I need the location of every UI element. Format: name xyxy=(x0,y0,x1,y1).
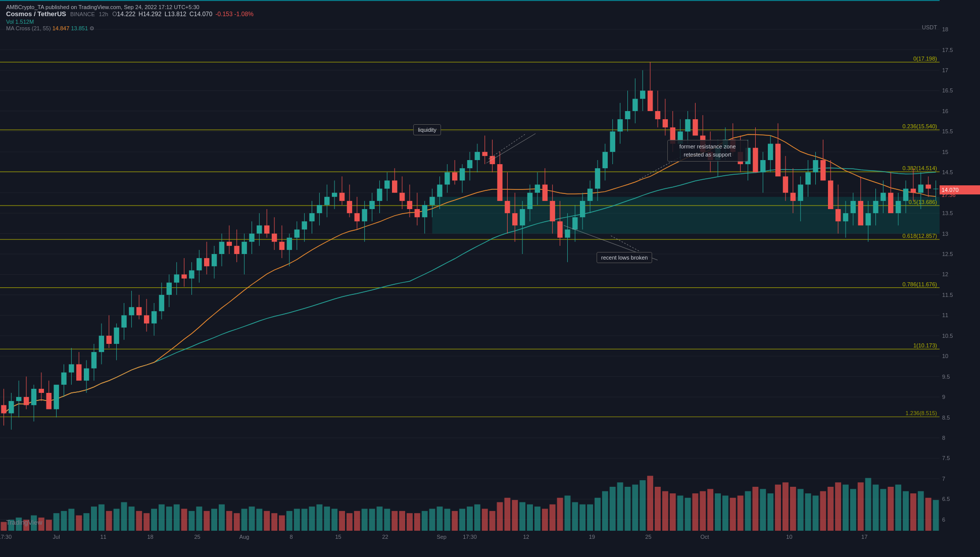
exchange-label: BINANCE xyxy=(70,11,95,17)
high-value: 14.292 xyxy=(143,11,162,18)
recent-lows-annotation: recent lows broken xyxy=(597,252,652,263)
timeframe-label: 12h xyxy=(99,11,108,17)
close-label: C14.070 xyxy=(189,11,212,18)
low-value: 13.812 xyxy=(168,11,186,18)
settings-icon[interactable]: ⚙ xyxy=(89,25,94,31)
ma55-value: 13.851 xyxy=(71,25,88,31)
symbol-row: Cosmos / TetherUS BINANCE 12h O14.222 H1… xyxy=(6,10,254,18)
close-value: 14.070 xyxy=(194,11,213,18)
symbol-name: Cosmos / TetherUS xyxy=(6,10,66,18)
liquidity-annotation: liquidity xyxy=(413,124,441,135)
open-value: 14.222 xyxy=(117,11,136,18)
ohlc-row: O14.222 H14.292 L13.812 C14.070 -0.153 -… xyxy=(112,11,254,18)
former-resistance-annotation: former resistance zone retested as suppo… xyxy=(667,140,748,162)
publisher-label: AMBCrypto_TA published on TradingView.co… xyxy=(6,4,254,10)
ma-row: MA Cross (21, 55) 14.847 13.851 ⚙ xyxy=(6,25,254,32)
low-label: L13.812 xyxy=(165,11,186,18)
demand-zone xyxy=(0,0,940,1)
main-chart-canvas xyxy=(0,0,980,557)
open-label: O14.222 xyxy=(112,11,135,18)
tradingview-watermark: TradingView xyxy=(6,517,67,529)
change-value: -0.153 -1.08% xyxy=(215,11,253,18)
svg-text:TradingView: TradingView xyxy=(6,519,42,526)
chart-container: AMBCrypto_TA published on TradingView.co… xyxy=(0,0,980,557)
currency-label: USDT xyxy=(922,24,937,30)
high-label: H14.292 xyxy=(138,11,161,18)
volume-row: Vol 1.512M xyxy=(6,19,254,25)
ma21-value: 14.847 xyxy=(53,25,70,31)
chart-header: AMBCrypto_TA published on TradingView.co… xyxy=(6,4,254,32)
